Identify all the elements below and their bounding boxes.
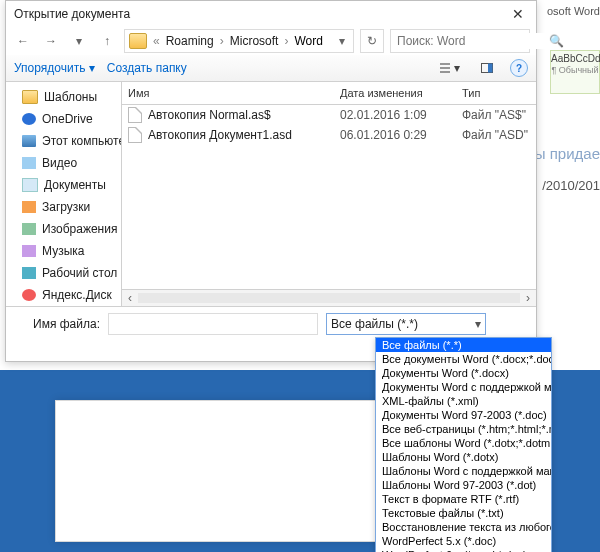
- pc-icon: [22, 135, 36, 147]
- dl-icon: [22, 201, 36, 213]
- sidebar-item[interactable]: Видео: [6, 152, 121, 174]
- file-row[interactable]: Автокопия Normal.as$02.01.2016 1:09Файл …: [122, 105, 536, 125]
- col-type-header[interactable]: Тип: [456, 87, 536, 99]
- preview-icon: [480, 61, 494, 75]
- file-pane: Имя Дата изменения Тип Автокопия Normal.…: [122, 82, 536, 306]
- bg-text-line: ы придае: [535, 145, 600, 162]
- nav-forward-button[interactable]: →: [40, 30, 62, 52]
- music-icon: [22, 245, 36, 257]
- file-list[interactable]: Автокопия Normal.as$02.01.2016 1:09Файл …: [122, 105, 536, 289]
- help-button[interactable]: ?: [510, 59, 528, 77]
- filter-option[interactable]: XML-файлы (*.xml): [376, 394, 551, 408]
- bg-style-label: ¶ Обычный: [551, 65, 598, 75]
- nav-history-dropdown[interactable]: ▾: [68, 30, 90, 52]
- filter-option[interactable]: WordPerfect 5.x (*.doc): [376, 534, 551, 548]
- filter-option[interactable]: Текстовые файлы (*.txt): [376, 506, 551, 520]
- folder-icon: [129, 33, 147, 49]
- sidebar-item[interactable]: Яндекс.Диск: [6, 284, 121, 306]
- bg-years: /2010/201: [542, 178, 600, 193]
- sidebar-item[interactable]: OneDrive: [6, 108, 121, 130]
- address-dropdown[interactable]: ▾: [335, 34, 349, 48]
- filter-option[interactable]: Все файлы (*.*): [376, 338, 551, 352]
- navbar: ← → ▾ ↑ « Roaming › Microsoft › Word ▾ ↻…: [6, 27, 536, 55]
- column-header[interactable]: Имя Дата изменения Тип: [122, 82, 536, 105]
- yd-icon: [22, 289, 36, 301]
- list-icon: [438, 61, 452, 75]
- titlebar: Открытие документа ✕: [6, 1, 536, 27]
- scroll-right-button[interactable]: ›: [520, 291, 536, 305]
- bg-app-name: osoft Word: [547, 5, 600, 17]
- svg-rect-4: [488, 64, 493, 73]
- filter-option[interactable]: WordPerfect 6.x (*.wpd;*.doc): [376, 548, 551, 552]
- search-icon: 🔍: [549, 34, 564, 48]
- open-file-dialog: Открытие документа ✕ ← → ▾ ↑ « Roaming ›…: [5, 0, 537, 362]
- chevron-down-icon: ▾: [454, 61, 460, 75]
- file-icon: [128, 107, 142, 123]
- organize-button[interactable]: Упорядочить ▾: [14, 61, 95, 75]
- file-type-display: Все файлы (*.*): [331, 317, 418, 331]
- file-name: Автокопия Документ1.asd: [148, 128, 292, 142]
- nav-back-button[interactable]: ←: [12, 30, 34, 52]
- file-type: Файл "AS$": [456, 108, 536, 122]
- scroll-track[interactable]: [138, 293, 520, 303]
- sidebar-item-label: Рабочий стол: [42, 266, 117, 280]
- cloud-icon: [22, 113, 36, 125]
- filter-option[interactable]: Текст в формате RTF (*.rtf): [376, 492, 551, 506]
- toolbar: Упорядочить ▾ Создать папку ▾ ?: [6, 55, 536, 82]
- filename-input[interactable]: [108, 313, 318, 335]
- breadcrumb-roaming[interactable]: Roaming: [162, 34, 218, 48]
- breadcrumb-sep: ›: [284, 34, 288, 48]
- sidebar-item-label: Видео: [42, 156, 77, 170]
- preview-pane-button[interactable]: [476, 61, 498, 75]
- chevron-down-icon: ▾: [89, 61, 95, 75]
- address-bar[interactable]: « Roaming › Microsoft › Word ▾: [124, 29, 354, 53]
- close-button[interactable]: ✕: [506, 6, 530, 22]
- sidebar-item[interactable]: Изображения: [6, 218, 121, 240]
- filter-option[interactable]: Шаблоны Word (*.dotx): [376, 450, 551, 464]
- filter-option[interactable]: Документы Word 97-2003 (*.doc): [376, 408, 551, 422]
- sidebar-item[interactable]: Рабочий стол: [6, 262, 121, 284]
- file-row[interactable]: Автокопия Документ1.asd06.01.2016 0:29Фа…: [122, 125, 536, 145]
- search-box[interactable]: 🔍: [390, 29, 530, 53]
- sidebar-item-label: Шаблоны: [44, 90, 97, 104]
- img-icon: [22, 223, 36, 235]
- file-date: 02.01.2016 1:09: [334, 108, 456, 122]
- filename-label: Имя файла:: [14, 317, 100, 331]
- breadcrumb-microsoft[interactable]: Microsoft: [226, 34, 283, 48]
- breadcrumb-sep: «: [153, 34, 160, 48]
- sidebar-item[interactable]: Шаблоны: [6, 86, 121, 108]
- breadcrumb-sep: ›: [220, 34, 224, 48]
- scroll-left-button[interactable]: ‹: [122, 291, 138, 305]
- filter-option[interactable]: Восстановление текста из любого файла (*…: [376, 520, 551, 534]
- filter-option[interactable]: Шаблоны Word с поддержкой макросов (*.do…: [376, 464, 551, 478]
- filter-option[interactable]: Документы Word (*.docx): [376, 366, 551, 380]
- nav-up-button[interactable]: ↑: [96, 30, 118, 52]
- file-type-dropdown[interactable]: Все файлы (*.*)Все документы Word (*.doc…: [375, 337, 552, 552]
- view-mode-button[interactable]: ▾: [434, 61, 464, 75]
- filter-option[interactable]: Шаблоны Word 97-2003 (*.dot): [376, 478, 551, 492]
- breadcrumb-word[interactable]: Word: [290, 34, 326, 48]
- sidebar-item[interactable]: Этот компьютер: [6, 130, 121, 152]
- filter-option[interactable]: Все документы Word (*.docx;*.docm;*.dotx…: [376, 352, 551, 366]
- search-input[interactable]: [395, 33, 549, 49]
- filter-option[interactable]: Все веб-страницы (*.htm;*.html;*.mht;*.m…: [376, 422, 551, 436]
- folder-icon: [22, 90, 38, 104]
- bg-style-sample: AaBbCcDd: [551, 53, 599, 64]
- horizontal-scrollbar[interactable]: ‹ ›: [122, 289, 536, 306]
- file-name: Автокопия Normal.as$: [148, 108, 271, 122]
- refresh-button[interactable]: ↻: [360, 29, 384, 53]
- new-folder-button[interactable]: Создать папку: [107, 61, 187, 75]
- col-date-header[interactable]: Дата изменения: [334, 87, 456, 99]
- file-date: 06.01.2016 0:29: [334, 128, 456, 142]
- filter-option[interactable]: Все шаблоны Word (*.dotx;*.dotm;*.dot): [376, 436, 551, 450]
- file-type-combobox[interactable]: Все файлы (*.*) ▾: [326, 313, 486, 335]
- file-type: Файл "ASD": [456, 128, 536, 142]
- sidebar-item-label: Документы: [44, 178, 106, 192]
- sidebar[interactable]: ШаблоныOneDriveЭтот компьютерВидеоДокуме…: [6, 82, 122, 306]
- sidebar-item[interactable]: Документы: [6, 174, 121, 196]
- sidebar-item-label: Яндекс.Диск: [42, 288, 112, 302]
- col-name-header[interactable]: Имя: [122, 87, 334, 99]
- sidebar-item[interactable]: Загрузки: [6, 196, 121, 218]
- filter-option[interactable]: Документы Word с поддержкой макросов (*.…: [376, 380, 551, 394]
- sidebar-item[interactable]: Музыка: [6, 240, 121, 262]
